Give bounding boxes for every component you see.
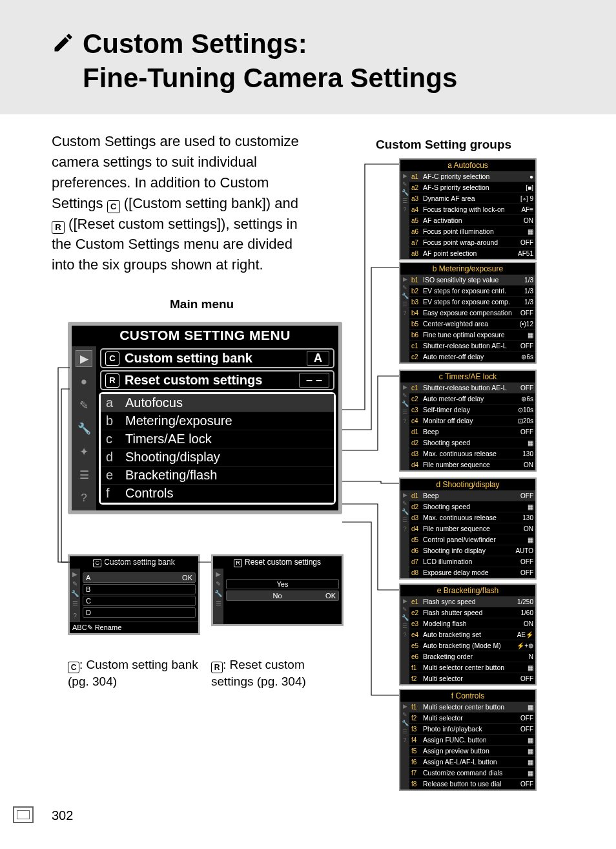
setting-row[interactable]: f2 Multi selector OFF	[409, 673, 535, 684]
setting-row[interactable]: b3 EV steps for exposure comp. 1/3	[409, 297, 535, 308]
setting-row[interactable]: d6 Shooting info display AUTO	[409, 545, 535, 556]
setting-row[interactable]: c1 Shutter-release button AE-L OFF	[409, 383, 535, 393]
panel-side-icons: ▶✎🔧☰?	[400, 596, 409, 684]
setting-row[interactable]: c4 Monitor off delay ⊡20s	[409, 415, 535, 426]
pencil-icon	[52, 27, 75, 63]
group-panel: a Autofocus ▶✎🔧☰? a1 AF-C priority selec…	[399, 158, 537, 260]
reset-custom-settings-screenshot: RReset custom settings ▶✎🔧☰ YesNoOK	[211, 554, 344, 626]
menu-group-e[interactable]: eBracketing/flash	[101, 466, 334, 485]
main-menu-label: Main menu	[170, 297, 234, 311]
setting-row[interactable]: d1 Beep OFF	[409, 426, 535, 437]
help-icon: ?	[76, 490, 92, 507]
sub-bank-list: AOKBCD	[80, 569, 198, 622]
setting-row[interactable]: f7 Customize command dials ▦	[409, 768, 535, 779]
reset-option[interactable]: NoOK	[226, 591, 339, 601]
wrench-icon: 🔧	[76, 420, 92, 437]
setting-row[interactable]: d3 Max. continuous release 130	[409, 512, 535, 523]
setting-row[interactable]: e1 Flash sync speed 1/250	[409, 596, 535, 607]
setting-row[interactable]: a1 AF-C priority selection ●	[409, 171, 535, 182]
panel-side-icons: ▶✎🔧☰?	[400, 490, 409, 578]
bank-value: A	[307, 351, 329, 366]
custom-setting-bank-row[interactable]: C Custom setting bank A	[100, 348, 334, 368]
group-panel: b Metering/exposure ▶✎🔧☰? b1 ISO sensiti…	[399, 262, 537, 364]
setting-row[interactable]: a6 Focus point illumination ▦	[409, 226, 535, 237]
title-text: Custom Settings: Fine-Tuning Camera Sett…	[83, 27, 457, 95]
page-header: Custom Settings: Fine-Tuning Camera Sett…	[0, 0, 616, 114]
setting-row[interactable]: f5 Assign preview button ▦	[409, 746, 535, 757]
section-thumb-icon	[13, 806, 34, 823]
setting-row[interactable]: d4 File number sequence ON	[409, 459, 535, 470]
reset-custom-settings-row[interactable]: R Reset custom settings – –	[100, 370, 334, 390]
setting-row[interactable]: d3 Max. continuous release 130	[409, 448, 535, 459]
menu-group-c[interactable]: cTimers/AE lock	[101, 430, 334, 448]
retouch-icon: ✦	[76, 443, 92, 460]
menu-group-a[interactable]: aAutofocus	[101, 394, 334, 412]
setting-row[interactable]: f6 Assign AE-L/AF-L button ▦	[409, 757, 535, 768]
panel-rows: b1 ISO sensitivity step value 1/3 b2 EV …	[409, 275, 535, 362]
play-icon: ▶	[76, 350, 92, 367]
group-panel-title: a Autofocus	[400, 160, 535, 171]
setting-row[interactable]: a3 Dynamic AF area [∘] 9	[409, 193, 535, 204]
main-menu-title: CUSTOM SETTING MENU	[72, 326, 338, 346]
mymenu-icon: ☰	[76, 466, 92, 483]
menu-group-d[interactable]: dShooting/display	[101, 448, 334, 466]
custom-setting-bank-screenshot: CCustom setting bank ▶✎🔧☰? AOKBCD ABC✎ R…	[68, 554, 200, 635]
setting-row[interactable]: b5 Center-weighted area (•)12	[409, 319, 535, 330]
main-menu-sidebar: ▶ ● ✎ 🔧 ✦ ☰ ?	[72, 346, 96, 510]
reset-option[interactable]: Yes	[226, 579, 339, 589]
setting-row[interactable]: c2 Auto meter-off delay ⊕6s	[409, 351, 535, 362]
group-panel: f Controls ▶✎🔧☰? f1 Multi selector cente…	[399, 689, 537, 791]
panel-rows: d1 Beep OFF d2 Shooting speed ▦ d3 Max. …	[409, 490, 535, 578]
c-icon: C	[105, 351, 119, 366]
group-panel-title: f Controls	[400, 690, 535, 702]
setting-row[interactable]: d4 File number sequence ON	[409, 523, 535, 534]
panel-side-icons: ▶✎🔧☰?	[400, 171, 409, 259]
menu-group-b[interactable]: bMetering/exposure	[101, 412, 334, 430]
bank-option[interactable]: AOK	[83, 572, 196, 583]
setting-row[interactable]: c3 Self-timer delay ⊙10s	[409, 404, 535, 415]
setting-row[interactable]: f1 Multi selector center button ▦	[409, 702, 535, 713]
group-panel: c Timers/AE lock ▶✎🔧☰? c1 Shutter-releas…	[399, 370, 537, 472]
sub-side-icons: ▶✎🔧☰	[213, 569, 223, 624]
setting-row[interactable]: d2 Shooting speed ▦	[409, 501, 535, 512]
setting-row[interactable]: b2 EV steps for exposure cntrl. 1/3	[409, 286, 535, 297]
setting-row[interactable]: f2 Multi selector OFF	[409, 713, 535, 724]
setting-row[interactable]: d5 Control panel/viewfinder ▦	[409, 534, 535, 545]
page-title: Custom Settings: Fine-Tuning Camera Sett…	[52, 27, 590, 95]
pencil-icon: ✎	[76, 397, 92, 414]
setting-row[interactable]: a5 AF activation ON	[409, 215, 535, 226]
bank-option[interactable]: B	[83, 584, 196, 594]
setting-row[interactable]: b4 Easy exposure compensation OFF	[409, 308, 535, 319]
group-panel-title: e Bracketing/flash	[400, 585, 535, 596]
setting-row[interactable]: a8 AF point selection AF51	[409, 248, 535, 259]
setting-row[interactable]: b6 Fine tune optimal exposure ▦	[409, 330, 535, 341]
groups-label: Custom Setting groups	[376, 138, 511, 152]
setting-row[interactable]: d7 LCD illumination OFF	[409, 556, 535, 567]
setting-row[interactable]: d2 Shooting speed ▦	[409, 437, 535, 448]
setting-row[interactable]: c2 Auto meter-off delay ⊕6s	[409, 393, 535, 404]
bank-option[interactable]: C	[83, 596, 196, 606]
setting-row[interactable]: b1 ISO sensitivity step value 1/3	[409, 275, 535, 286]
setting-row[interactable]: f8 Release button to use dial OFF	[409, 779, 535, 790]
setting-row[interactable]: f1 Multi selector center button ▦	[409, 662, 535, 673]
setting-row[interactable]: a7 Focus point wrap-around OFF	[409, 237, 535, 248]
camera-icon: ●	[76, 373, 92, 390]
setting-row[interactable]: e2 Flash shutter speed 1/60	[409, 607, 535, 618]
setting-row[interactable]: e6 Bracketing order N	[409, 651, 535, 662]
setting-row[interactable]: d1 Beep OFF	[409, 490, 535, 501]
intro-paragraph: Custom Settings are used to customize ca…	[0, 114, 329, 275]
setting-row[interactable]: f3 Photo info/playback OFF	[409, 724, 535, 735]
bank-label: Custom setting bank	[125, 351, 307, 366]
setting-row[interactable]: e5 Auto bracketing (Mode M) ⚡+⊕	[409, 640, 535, 651]
setting-row[interactable]: e4 Auto bracketing set AE⚡	[409, 629, 535, 640]
menu-group-f[interactable]: fControls	[101, 485, 334, 503]
setting-row[interactable]: a4 Focus tracking with lock-on AF≡	[409, 204, 535, 215]
setting-row[interactable]: c1 Shutter-release button AE-L OFF	[409, 341, 535, 351]
setting-row[interactable]: d8 Exposure delay mode OFF	[409, 567, 535, 578]
sub-reset-title: RReset custom settings	[213, 556, 342, 569]
setting-row[interactable]: a2 AF-S priority selection [■]	[409, 182, 535, 193]
setting-row[interactable]: f4 Assign FUNC. button ▦	[409, 735, 535, 746]
bank-option[interactable]: D	[83, 607, 196, 618]
panel-rows: e1 Flash sync speed 1/250 e2 Flash shutt…	[409, 596, 535, 684]
setting-row[interactable]: e3 Modeling flash ON	[409, 618, 535, 629]
